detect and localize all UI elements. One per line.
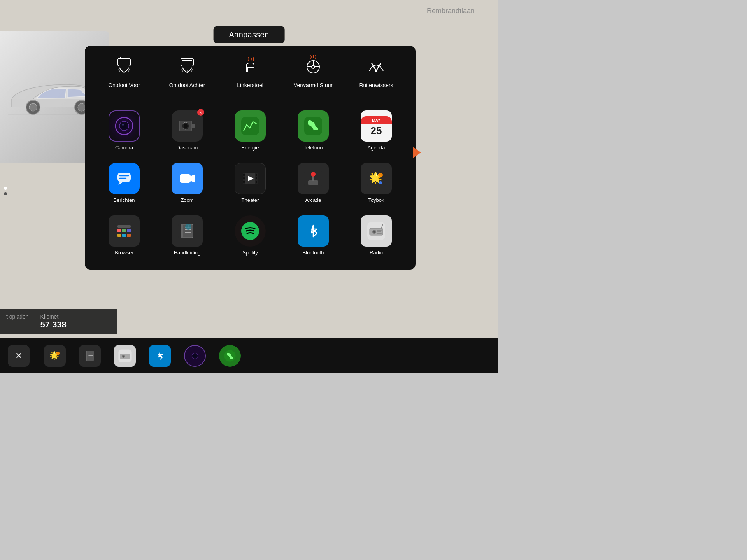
- svg-text:i: i: [188, 225, 189, 229]
- svg-point-23: [184, 124, 188, 128]
- bluetooth-label: Bluetooth: [303, 250, 324, 256]
- quick-ontdooi-achter[interactable]: Ontdooi Achter: [162, 55, 212, 88]
- arcade-label: Arcade: [305, 197, 321, 203]
- ontdooi-voor-label: Ontdooi Voor: [108, 82, 140, 88]
- ontdooi-achter-label: Ontdooi Achter: [169, 82, 205, 88]
- quick-verwarmd-stuur[interactable]: Verwarmd Stuur: [288, 55, 338, 88]
- app-radio[interactable]: Radio: [345, 209, 408, 262]
- svg-rect-6: [181, 58, 193, 66]
- dots-indicator: [4, 187, 7, 195]
- app-energie[interactable]: Energie: [219, 104, 282, 157]
- svg-rect-5: [118, 58, 130, 66]
- svg-rect-44: [256, 181, 257, 183]
- svg-rect-41: [243, 181, 245, 183]
- taskbar-toybox[interactable]: 🌟: [37, 342, 72, 369]
- app-camera[interactable]: Camera: [93, 104, 156, 157]
- quick-linkerstoel[interactable]: Linkerstoel: [225, 55, 275, 88]
- app-berichten[interactable]: Berichten: [93, 157, 156, 209]
- svg-rect-58: [127, 229, 131, 232]
- app-grid: Camera ✕ Dashcam: [93, 104, 408, 262]
- aanpassen-button[interactable]: Aanpassen: [214, 26, 285, 43]
- berichten-label: Berichten: [114, 197, 135, 203]
- camera-label: Camera: [115, 145, 133, 150]
- svg-rect-24: [192, 124, 195, 128]
- svg-point-49: [311, 172, 316, 177]
- svg-point-53: [379, 181, 382, 184]
- svg-point-10: [312, 65, 315, 68]
- bottom-info: t opladen Kilomet 57 338: [0, 309, 117, 334]
- app-spotify[interactable]: Spotify: [219, 209, 282, 262]
- main-panel: Ontdooi Voor Ontdooi Achter: [85, 46, 416, 270]
- svg-point-16: [375, 70, 377, 72]
- taskbar-bluetooth[interactable]: [142, 342, 177, 369]
- app-zoom[interactable]: Zoom: [156, 157, 219, 209]
- svg-rect-60: [122, 234, 126, 237]
- svg-point-94: [193, 354, 196, 357]
- svg-rect-56: [117, 229, 121, 232]
- spotify-label: Spotify: [242, 250, 258, 256]
- app-telefoon[interactable]: Telefoon: [282, 104, 345, 157]
- zoom-label: Zoom: [181, 197, 193, 203]
- app-theater[interactable]: Theater: [219, 157, 282, 209]
- app-toybox[interactable]: 🌟 Toybox: [345, 157, 408, 209]
- telefoon-label: Telefoon: [303, 145, 323, 150]
- svg-point-70: [241, 222, 259, 240]
- wipers-icon: [366, 55, 386, 78]
- taskbar-phone[interactable]: [212, 342, 247, 369]
- svg-rect-61: [127, 234, 131, 237]
- svg-rect-25: [241, 117, 259, 135]
- app-dashcam[interactable]: ✕ Dashcam: [156, 104, 219, 157]
- linkerstoel-label: Linkerstoel: [237, 82, 263, 88]
- browser-label: Browser: [115, 250, 133, 256]
- app-handleiding[interactable]: i Handleiding: [156, 209, 219, 262]
- svg-rect-55: [117, 225, 131, 228]
- taskbar: ✕ 🌟: [0, 338, 498, 373]
- close-button[interactable]: ✕: [8, 345, 30, 367]
- svg-rect-42: [256, 174, 257, 176]
- svg-rect-43: [256, 177, 257, 179]
- svg-rect-57: [122, 229, 126, 232]
- svg-point-82: [56, 352, 60, 355]
- quick-ontdooi-voor[interactable]: Ontdooi Voor: [99, 55, 149, 88]
- handleiding-label: Handleiding: [174, 250, 201, 256]
- svg-point-3: [78, 103, 86, 111]
- street-name: Rembrandtlaan: [427, 7, 475, 15]
- dashcam-label: Dashcam: [177, 145, 198, 150]
- quick-controls: Ontdooi Voor Ontdooi Achter: [93, 55, 408, 96]
- agenda-label: Agenda: [368, 145, 385, 150]
- svg-rect-28: [117, 173, 131, 182]
- taskbar-radio[interactable]: [107, 342, 142, 369]
- svg-rect-40: [243, 177, 245, 179]
- svg-point-91: [123, 356, 124, 357]
- orange-arrow: [413, 147, 421, 158]
- app-browser[interactable]: Browser: [93, 209, 156, 262]
- svg-point-20: [122, 124, 124, 126]
- seat-heat-icon: [240, 55, 260, 78]
- toybox-label: Toybox: [368, 197, 384, 203]
- app-arcade[interactable]: Arcade: [282, 157, 345, 209]
- quick-ruitenwissers[interactable]: Ruitenwissers: [351, 55, 402, 88]
- ruitenwissers-label: Ruitenwissers: [359, 82, 393, 88]
- svg-point-1: [29, 103, 37, 111]
- svg-rect-33: [180, 174, 191, 183]
- taskbar-camera[interactable]: [177, 342, 212, 369]
- energie-label: Energie: [242, 145, 259, 150]
- svg-point-52: [378, 173, 383, 177]
- defrost-front-icon: [114, 55, 134, 78]
- app-agenda[interactable]: MAY 25 Agenda: [345, 104, 408, 157]
- steering-heat-icon: [303, 55, 323, 78]
- verwarmd-stuur-label: Verwarmd Stuur: [294, 82, 333, 88]
- svg-rect-59: [117, 234, 121, 237]
- defrost-rear-icon: [177, 55, 197, 78]
- dashcam-badge: ✕: [197, 109, 204, 116]
- taskbar-handleiding[interactable]: [72, 342, 107, 369]
- svg-rect-64: [181, 224, 183, 238]
- svg-rect-85: [86, 351, 87, 360]
- radio-label: Radio: [370, 250, 383, 256]
- svg-rect-39: [243, 174, 245, 176]
- app-bluetooth[interactable]: Bluetooth: [282, 209, 345, 262]
- theater-label: Theater: [242, 197, 259, 203]
- svg-point-75: [374, 231, 375, 233]
